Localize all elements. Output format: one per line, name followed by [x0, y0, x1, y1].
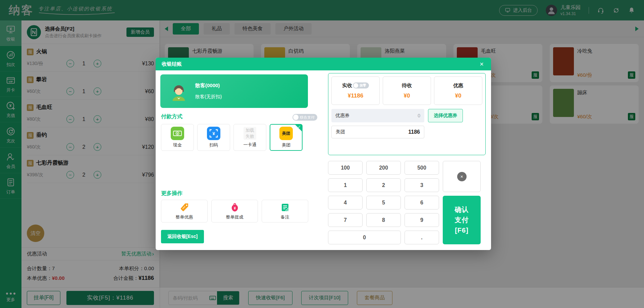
svg-text:¥: ¥ [177, 132, 178, 135]
coupon-field[interactable]: 优惠券 0 [331, 109, 424, 122]
payment-method-1[interactable]: ¥ 扫码 [197, 124, 230, 151]
back-to-cashier-button[interactable]: 返回收银[Esc] [161, 230, 204, 243]
svg-text:¥: ¥ [212, 131, 215, 136]
modal-title: 收银结账 [162, 61, 182, 67]
numpad-key-500[interactable]: 500 [405, 161, 439, 175]
load-failed-text: 加载失败 [244, 127, 256, 139]
meituan-amount-label: 美团 [336, 129, 345, 135]
modal-header: 收银结账 × [156, 58, 491, 70]
numpad-key-200[interactable]: 200 [366, 161, 401, 175]
payment-methods: ¥ 现金 ¥ 扫码 加载失败 一卡通 美团 美团 [161, 124, 303, 151]
commission-bag-icon: ¥ [230, 202, 240, 212]
customer-avatar [168, 81, 189, 102]
select-coupon-button[interactable]: 选择优惠券 [428, 109, 463, 122]
backspace-key[interactable]: × [443, 161, 481, 192]
numpad-key-.[interactable]: . [405, 231, 439, 244]
meituan-icon: 美团 [279, 127, 293, 140]
numpad-key-9[interactable]: 9 [405, 213, 439, 227]
payment-stats: 实收 抹零 ¥1186 待收 ¥0 优惠 ¥0 [331, 76, 482, 105]
numpad-key-2[interactable]: 2 [366, 178, 401, 192]
note-icon [280, 202, 290, 212]
stat-card-0: 实收 抹零 ¥1186 [331, 76, 380, 105]
meituan-amount-field[interactable]: 美团 1186 [331, 126, 424, 138]
payment-method-3[interactable]: 美团 美团 [270, 124, 303, 151]
payment-panel: 实收 抹零 ¥1186 待收 ¥0 优惠 ¥0 优惠券 0 选择优 [328, 73, 486, 155]
numpad-key-8[interactable]: 8 [366, 213, 401, 227]
coupon-label: 优惠券 [335, 113, 350, 119]
numpad-key-5[interactable]: 5 [366, 196, 401, 209]
meituan-amount-value: 1186 [408, 129, 420, 135]
close-icon[interactable]: × [480, 61, 484, 67]
customer-name: 散客(0000) [195, 82, 222, 89]
numpad: 1002005001234567890. × 确认 支付 [F6] [328, 161, 481, 244]
numpad-key-4[interactable]: 4 [328, 196, 363, 209]
stat-card-1: 待收 ¥0 [383, 76, 431, 105]
payment-method-label: 付款方式 [161, 113, 182, 120]
action-2[interactable]: 备注 [262, 200, 308, 223]
toggle-knob [293, 115, 299, 120]
stat-value: ¥0 [404, 93, 410, 99]
payment-method-label: 现金 [173, 142, 182, 148]
stat-card-2: 优惠 ¥0 [434, 76, 482, 105]
numpad-key-6[interactable]: 6 [405, 196, 439, 209]
payment-method-label: 美团 [282, 142, 290, 148]
numpad-key-3[interactable]: 3 [405, 178, 439, 192]
more-actions: 整单优惠 ¥ 整单提成 备注 [161, 200, 308, 223]
combine-pay-toggle[interactable]: 联合支付 [292, 114, 317, 121]
numpad-key-1[interactable]: 1 [328, 178, 363, 192]
checkout-modal: 收银结账 × 散客(0000) 散客(无折扣) 付款方式 联合支付 ¥ 现金 ¥… [156, 58, 491, 250]
payment-method-0[interactable]: ¥ 现金 [161, 124, 194, 151]
action-0[interactable]: 整单优惠 [161, 200, 208, 223]
numpad-key-7[interactable]: 7 [328, 213, 363, 227]
stat-value: ¥1186 [348, 93, 363, 99]
discount-tag-icon [179, 202, 190, 212]
payment-method-label: 一卡通 [244, 142, 257, 148]
coupon-count: 0 [418, 113, 420, 118]
cash-icon: ¥ [171, 127, 184, 140]
more-actions-label: 更多操作 [161, 190, 182, 197]
stat-value: ¥0 [455, 93, 462, 99]
numpad-key-100[interactable]: 100 [328, 161, 363, 175]
confirm-pay-button[interactable]: 确认 支付 [F6] [443, 196, 481, 244]
numpad-keys: 1002005001234567890. [328, 161, 439, 244]
customer-card[interactable]: 散客(0000) 散客(无折扣) [160, 74, 308, 108]
payment-method-2[interactable]: 加载失败 一卡通 [233, 124, 266, 151]
scan-icon: ¥ [207, 127, 220, 140]
round-off-toggle[interactable]: 抹零 [353, 82, 369, 88]
numpad-key-0[interactable]: 0 [328, 231, 401, 244]
payment-method-label: 扫码 [209, 142, 218, 148]
customer-level: 散客(无折扣) [195, 94, 222, 100]
backspace-icon: × [457, 172, 467, 181]
svg-text:¥: ¥ [233, 206, 236, 210]
action-1[interactable]: ¥ 整单提成 [211, 200, 258, 223]
